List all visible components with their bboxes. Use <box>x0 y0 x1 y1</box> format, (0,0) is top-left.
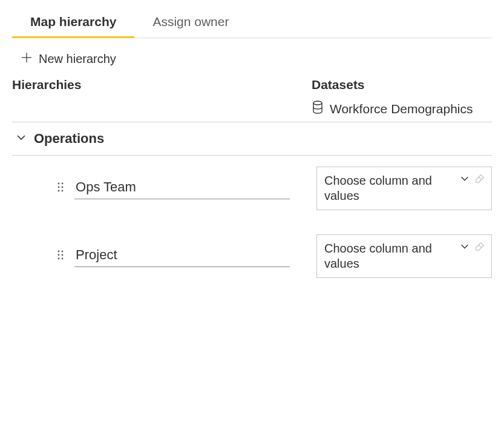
column-values-selector-label: Choose column and values <box>324 241 439 271</box>
svg-point-14 <box>58 258 60 260</box>
svg-point-8 <box>62 190 64 192</box>
svg-point-6 <box>62 187 64 188</box>
chevron-down-icon <box>16 132 27 145</box>
erase-icon[interactable] <box>474 173 485 187</box>
new-hierarchy-button[interactable]: New hierarchy <box>21 51 116 67</box>
hierarchy-group-title: Operations <box>34 131 104 147</box>
svg-point-10 <box>58 251 60 253</box>
hierarchy-items: Choose column and values <box>12 156 492 278</box>
svg-point-2 <box>313 101 322 105</box>
column-values-selector[interactable]: Choose column and values <box>316 167 492 210</box>
tab-map-hierarchy[interactable]: Map hierarchy <box>12 6 134 38</box>
svg-point-15 <box>62 258 64 260</box>
columns-header: Hierarchies Datasets Workforce Demograph… <box>12 78 492 122</box>
svg-line-9 <box>479 177 482 180</box>
svg-point-5 <box>58 187 60 188</box>
hierarchy-item-row: Choose column and values <box>12 167 492 210</box>
column-values-selector-label: Choose column and values <box>324 173 439 203</box>
erase-icon[interactable] <box>474 241 485 254</box>
column-values-selector[interactable]: Choose column and values <box>316 234 492 278</box>
dataset-name: Workforce Demographics <box>330 102 473 116</box>
svg-point-12 <box>58 254 60 256</box>
hierarchy-item-name-input[interactable] <box>74 246 290 267</box>
tabs: Map hierarchy Assign owner <box>12 6 492 38</box>
hierarchy-item-row: Choose column and values <box>12 234 492 278</box>
svg-line-16 <box>479 245 482 248</box>
svg-point-3 <box>58 183 60 185</box>
datasets-column-title: Datasets <box>312 78 492 92</box>
hierarchies-column-title: Hierarchies <box>12 78 312 92</box>
drag-handle-icon[interactable] <box>57 250 64 262</box>
tab-assign-owner[interactable]: Assign owner <box>134 6 247 38</box>
svg-point-11 <box>62 251 64 253</box>
hierarchy-group-header[interactable]: Operations <box>12 122 492 155</box>
drag-handle-icon[interactable] <box>57 182 64 194</box>
hierarchy-item-name-input[interactable] <box>74 178 290 199</box>
plus-icon <box>21 51 33 67</box>
new-hierarchy-label: New hierarchy <box>39 52 116 66</box>
database-icon <box>312 101 324 117</box>
dataset-row: Workforce Demographics <box>312 101 492 117</box>
chevron-down-icon <box>460 242 470 254</box>
svg-point-13 <box>62 254 64 256</box>
svg-point-7 <box>58 190 60 192</box>
chevron-down-icon <box>460 174 470 186</box>
svg-point-4 <box>62 183 64 185</box>
